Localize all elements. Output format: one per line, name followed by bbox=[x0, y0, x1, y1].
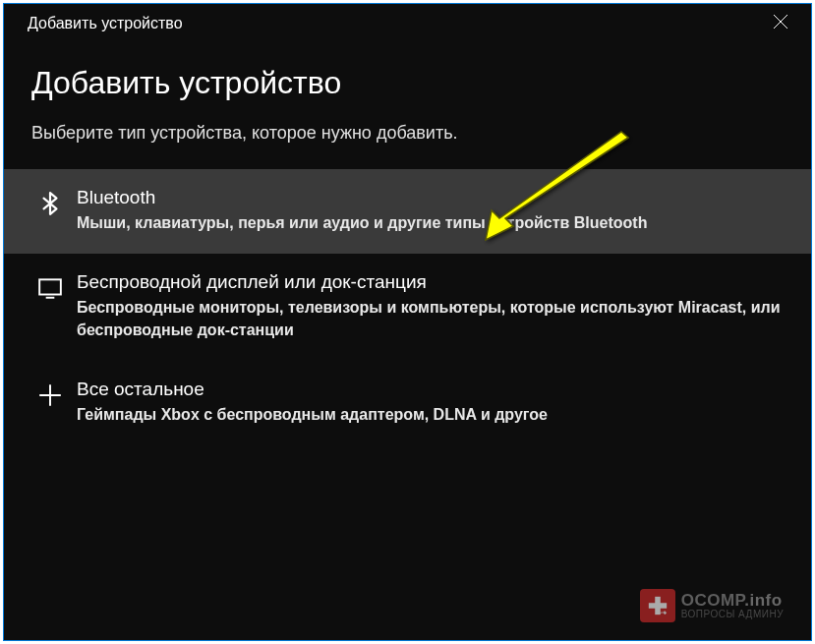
watermark-domain: .info bbox=[744, 591, 782, 610]
device-description: Мыши, клавиатуры, перья или аудио и друг… bbox=[77, 212, 784, 234]
add-device-window: Добавить устройство Добавить устройство … bbox=[3, 3, 812, 641]
close-button[interactable] bbox=[768, 11, 793, 36]
page-title: Добавить устройство bbox=[31, 65, 784, 101]
content-area: Добавить устройство Выберите тип устройс… bbox=[4, 43, 811, 446]
device-title: Bluetooth bbox=[77, 187, 784, 208]
display-icon bbox=[31, 271, 69, 301]
watermark-brand: OCOMP bbox=[681, 591, 745, 610]
device-item-bluetooth[interactable]: Bluetooth Мыши, клавиатуры, перья или ау… bbox=[4, 169, 811, 254]
device-item-wireless-display[interactable]: Беспроводной дисплей или док-станция Бес… bbox=[4, 254, 811, 361]
plus-icon bbox=[31, 379, 69, 408]
svg-point-8 bbox=[664, 612, 666, 614]
device-item-other[interactable]: Все остальное Геймпады Xbox с беспроводн… bbox=[4, 361, 811, 445]
device-text: Беспроводной дисплей или док-станция Бес… bbox=[69, 271, 784, 341]
device-text: Bluetooth Мыши, клавиатуры, перья или ау… bbox=[69, 187, 784, 234]
titlebar: Добавить устройство bbox=[4, 4, 811, 43]
page-subtitle: Выберите тип устройства, которое нужно д… bbox=[31, 123, 784, 144]
window-title: Добавить устройство bbox=[28, 15, 183, 32]
device-title: Все остальное bbox=[77, 379, 784, 400]
svg-rect-2 bbox=[39, 280, 61, 295]
watermark-text: OCOMP.info ВОПРОСЫ АДМИНУ bbox=[681, 592, 784, 619]
device-text: Все остальное Геймпады Xbox с беспроводн… bbox=[69, 379, 784, 426]
watermark-badge-icon bbox=[640, 589, 675, 622]
watermark: OCOMP.info ВОПРОСЫ АДМИНУ bbox=[640, 589, 784, 622]
device-type-list: Bluetooth Мыши, клавиатуры, перья или ау… bbox=[4, 169, 811, 446]
close-icon bbox=[774, 15, 787, 32]
device-title: Беспроводной дисплей или док-станция bbox=[77, 271, 784, 293]
device-description: Геймпады Xbox с беспроводным адаптером, … bbox=[77, 404, 784, 426]
bluetooth-icon bbox=[31, 187, 69, 216]
watermark-tagline: ВОПРОСЫ АДМИНУ bbox=[681, 610, 784, 619]
svg-rect-7 bbox=[649, 603, 667, 609]
device-description: Беспроводные мониторы, телевизоры и комп… bbox=[77, 297, 784, 341]
